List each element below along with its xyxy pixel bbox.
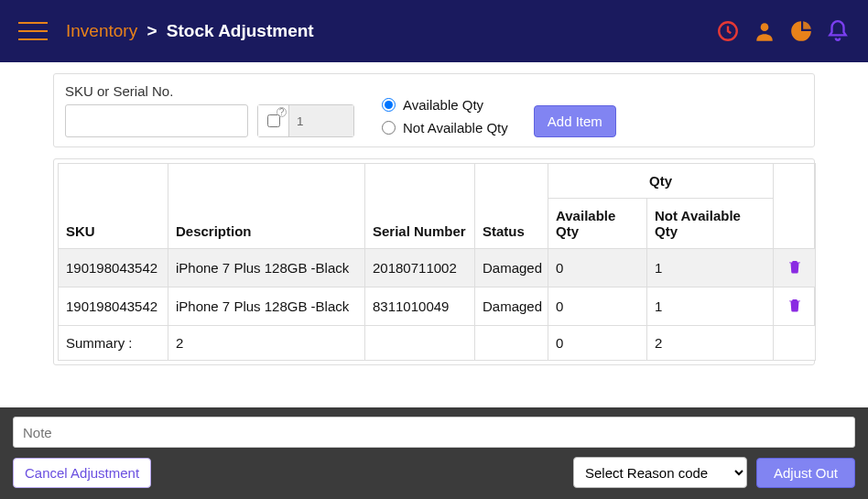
qty-block: ? bbox=[257, 104, 354, 137]
cancel-button[interactable]: Cancel Adjustment bbox=[13, 458, 151, 488]
note-input[interactable] bbox=[13, 417, 855, 448]
svg-point-1 bbox=[761, 23, 769, 31]
radio-available[interactable]: Available Qty bbox=[382, 97, 508, 113]
th-sku: SKU bbox=[59, 164, 168, 249]
input-panel: SKU or Serial No. ? Available Qty Not Av… bbox=[53, 73, 815, 147]
th-status: Status bbox=[475, 164, 548, 249]
reason-select[interactable]: Select Reason code bbox=[573, 457, 747, 488]
table-row: 190198043542iPhone 7 Plus 128GB -Black83… bbox=[59, 287, 816, 326]
sku-label: SKU or Serial No. bbox=[65, 83, 248, 99]
table-panel: SKU Description Serial Number Status Qty… bbox=[53, 158, 815, 365]
trash-icon[interactable] bbox=[774, 287, 816, 326]
menu-icon[interactable] bbox=[18, 22, 48, 40]
clock-icon[interactable] bbox=[716, 19, 740, 43]
table-row: 190198043542iPhone 7 Plus 128GB -Black20… bbox=[59, 249, 816, 287]
radio-not-available[interactable]: Not Available Qty bbox=[382, 120, 508, 136]
add-item-button[interactable]: Add Item bbox=[534, 105, 616, 137]
page-title: Stock Adjustment bbox=[167, 21, 314, 40]
th-avail: Available Qty bbox=[548, 199, 647, 249]
summary-row: Summary :202 bbox=[59, 326, 816, 361]
th-desc: Description bbox=[168, 164, 365, 249]
footer: Cancel Adjustment Select Reason code Adj… bbox=[0, 407, 868, 499]
bell-icon[interactable] bbox=[826, 19, 850, 43]
app-header: Inventory > Stock Adjustment bbox=[0, 0, 868, 62]
th-serial: Serial Number bbox=[365, 164, 475, 249]
qty-checkbox[interactable] bbox=[267, 114, 280, 127]
adjust-out-button[interactable]: Adjust Out bbox=[756, 458, 855, 488]
pie-chart-icon[interactable] bbox=[789, 19, 813, 43]
th-navail: Not Available Qty bbox=[647, 199, 774, 249]
user-icon[interactable] bbox=[753, 19, 776, 43]
trash-icon[interactable] bbox=[774, 249, 816, 287]
adjustment-table: SKU Description Serial Number Status Qty… bbox=[58, 163, 816, 361]
sku-input[interactable] bbox=[65, 104, 248, 137]
breadcrumb: Inventory > Stock Adjustment bbox=[66, 21, 314, 41]
breadcrumb-inventory[interactable]: Inventory bbox=[66, 21, 137, 40]
th-qty: Qty bbox=[548, 164, 774, 199]
help-icon[interactable]: ? bbox=[277, 107, 287, 117]
qty-input[interactable] bbox=[289, 105, 353, 136]
